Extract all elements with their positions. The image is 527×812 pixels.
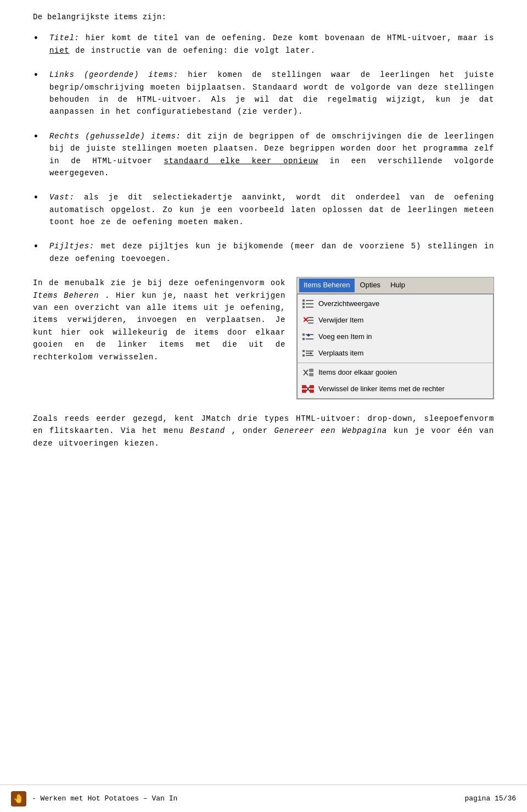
verplaats-icon bbox=[302, 347, 314, 359]
verwissel-icon bbox=[302, 383, 314, 395]
menu-item-shuffle[interactable]: Items door elkaar gooien bbox=[298, 364, 493, 381]
svg-rect-1 bbox=[302, 303, 305, 305]
bottom-bestand: Bestand bbox=[190, 426, 225, 435]
footer-icon: 🤚 bbox=[11, 791, 26, 807]
shuffle-icon bbox=[302, 366, 314, 379]
menu-item-voeg[interactable]: + Voeg een Item in bbox=[298, 329, 493, 345]
footer-right: pagina 15/36 bbox=[464, 794, 516, 803]
bullet-dot-2: • bbox=[33, 69, 44, 82]
two-col-left: In de menubalk zie je bij deze oefeninge… bbox=[33, 277, 285, 363]
svg-rect-0 bbox=[302, 299, 305, 302]
verwijder-icon: ✕ bbox=[302, 314, 314, 326]
menu-item-overzicht[interactable]: Overzichtweergave bbox=[298, 296, 493, 312]
menu-image: Items Beheren Opties Hulp bbox=[296, 277, 494, 399]
bullet-dot-4: • bbox=[33, 191, 44, 205]
bullet-item-links: • Links (geordende) items: hier komen de… bbox=[33, 69, 494, 118]
label-titel: Titel: bbox=[49, 34, 80, 42]
two-col-text-2: . Hier kun je, naast het verkrijgen van … bbox=[33, 291, 285, 361]
menu-dropdown: Overzichtweergave ✕ Verwijder It bbox=[297, 294, 494, 399]
menu-item-verwissel-label: Verwissel de linker items met de rechter bbox=[318, 383, 445, 395]
menu-item-verwissel[interactable]: Verwissel de linker items met de rechter bbox=[298, 381, 493, 397]
svg-rect-18 bbox=[306, 355, 313, 356]
svg-rect-24 bbox=[302, 390, 306, 393]
svg-rect-4 bbox=[306, 303, 313, 304]
svg-rect-2 bbox=[302, 306, 305, 308]
footer-left: 🤚 - Werken met Hot Potatoes – Van In bbox=[11, 791, 177, 807]
footer: 🤚 - Werken met Hot Potatoes – Van In pag… bbox=[0, 785, 527, 812]
svg-rect-7 bbox=[308, 317, 313, 318]
bottom-genereer: Genereer een Webpagina bbox=[274, 426, 386, 435]
label-vast: Vast: bbox=[49, 193, 75, 202]
menu-bar: Items Beheren Opties Hulp bbox=[297, 277, 494, 294]
bullet-text-1: Titel: hier komt de titel van de oefenin… bbox=[49, 32, 494, 57]
bullet-dot-1: • bbox=[33, 32, 44, 46]
bullet-item-vast: • Vast: als je dit selectiekadertje aanv… bbox=[33, 191, 494, 228]
menu-item-verplaats[interactable]: Verplaats item bbox=[298, 345, 493, 361]
bullet-text-4: Vast: als je dit selectiekadertje aanvin… bbox=[49, 191, 494, 228]
voeg-icon: + bbox=[302, 331, 314, 343]
bottom-text-2: , onder bbox=[231, 426, 274, 435]
menu-bar-opties[interactable]: Opties bbox=[356, 279, 385, 292]
label-rechts: Rechts (gehusselde) items: bbox=[49, 132, 181, 141]
svg-rect-22 bbox=[309, 373, 313, 376]
two-col-text-1: In de menubalk zie je bij deze oefeninge… bbox=[33, 279, 285, 287]
label-pijltjes: Pijltjes: bbox=[49, 242, 94, 251]
menu-item-verplaats-label: Verplaats item bbox=[318, 348, 363, 359]
bullet-item-rechts: • Rechts (gehusselde) items: dit zijn de… bbox=[33, 130, 494, 180]
bullet-dot-3: • bbox=[33, 130, 44, 144]
svg-rect-8 bbox=[308, 320, 313, 321]
svg-rect-3 bbox=[306, 300, 313, 301]
bullet-item-titel: • Titel: hier komt de titel van de oefen… bbox=[33, 32, 494, 57]
menu-item-verwijder-label: Verwijder Item bbox=[318, 315, 363, 326]
svg-rect-17 bbox=[306, 351, 313, 352]
svg-text:+: + bbox=[307, 332, 310, 338]
menu-screenshot: Items Beheren Opties Hulp bbox=[296, 277, 494, 399]
svg-rect-15 bbox=[302, 350, 305, 352]
text-titel-1: hier komt de titel van de oefening. Deze… bbox=[86, 34, 494, 42]
svg-rect-26 bbox=[310, 390, 314, 393]
menu-separator bbox=[298, 363, 493, 363]
menu-bar-hulp[interactable]: Hulp bbox=[386, 279, 410, 292]
page-content: De belangrijkste items zijn: • Titel: hi… bbox=[0, 0, 527, 504]
svg-rect-9 bbox=[308, 322, 313, 324]
bullet-text-2: Links (geordende) items: hier komen de s… bbox=[49, 69, 494, 118]
svg-rect-5 bbox=[306, 307, 313, 308]
menu-item-voeg-label: Voeg een Item in bbox=[318, 331, 372, 343]
two-col-section: In de menubalk zie je bij deze oefeninge… bbox=[33, 277, 494, 399]
bullet-list: • Titel: hier komt de titel van de oefen… bbox=[33, 32, 494, 265]
page-number: pagina 15/36 bbox=[464, 794, 516, 803]
bullet-dot-5: • bbox=[33, 240, 44, 254]
footer-left-text: - Werken met Hot Potatoes – Van In bbox=[32, 794, 177, 803]
svg-rect-21 bbox=[309, 369, 313, 372]
bottom-paragraph: Zoals reeds eerder gezegd, kent JMatch d… bbox=[33, 413, 494, 449]
menu-item-shuffle-label: Items door elkaar gooien bbox=[318, 367, 397, 379]
text-niet: niet bbox=[49, 46, 69, 55]
svg-rect-13 bbox=[306, 338, 313, 340]
intro-line: De belangrijkste items zijn: bbox=[33, 11, 494, 23]
text-standaard: standaard elke keer opnieuw bbox=[164, 157, 318, 165]
text-vast: als je dit selectiekadertje aanvinkt, wo… bbox=[49, 193, 494, 226]
menu-item-overzicht-label: Overzichtweergave bbox=[318, 298, 379, 310]
overzicht-icon bbox=[302, 298, 314, 310]
svg-rect-23 bbox=[302, 385, 306, 388]
svg-rect-25 bbox=[310, 385, 314, 388]
svg-rect-10 bbox=[302, 333, 305, 336]
svg-rect-16 bbox=[302, 354, 305, 357]
bullet-text-5: Pijltjes: met deze pijltjes kun je bijko… bbox=[49, 240, 494, 265]
bullet-text-3: Rechts (gehusselde) items: dit zijn de b… bbox=[49, 130, 494, 180]
menu-bar-items-beheren[interactable]: Items Beheren bbox=[299, 279, 355, 292]
text-pijltjes: met deze pijltjes kun je bijkomende (mee… bbox=[49, 242, 494, 263]
menu-item-verwijder[interactable]: ✕ Verwijder Item bbox=[298, 312, 493, 329]
items-beheren-label: Items Beheren bbox=[33, 291, 99, 300]
svg-rect-11 bbox=[302, 338, 305, 340]
text-titel-2: de instructie van de oefening: die volgt… bbox=[75, 46, 316, 55]
bullet-item-pijltjes: • Pijltjes: met deze pijltjes kun je bij… bbox=[33, 240, 494, 265]
label-links: Links (geordende) items: bbox=[49, 70, 178, 79]
